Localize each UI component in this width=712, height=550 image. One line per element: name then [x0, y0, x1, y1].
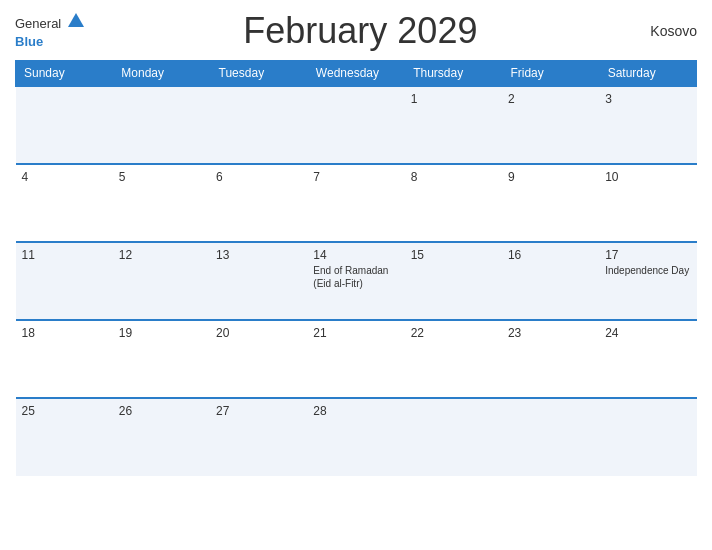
day-number: 7 [313, 170, 398, 184]
logo-general-text: General [15, 16, 61, 31]
country-name: Kosovo [637, 23, 697, 39]
calendar-cell: 2 [502, 86, 599, 164]
calendar-cell: 17Independence Day [599, 242, 696, 320]
day-number: 8 [411, 170, 496, 184]
logo: General Blue [15, 13, 84, 49]
weekday-row: SundayMondayTuesdayWednesdayThursdayFrid… [16, 61, 697, 87]
weekday-header-tuesday: Tuesday [210, 61, 307, 87]
calendar-cell: 3 [599, 86, 696, 164]
calendar-cell: 24 [599, 320, 696, 398]
calendar-cell: 11 [16, 242, 113, 320]
day-number: 27 [216, 404, 301, 418]
day-number: 17 [605, 248, 690, 262]
calendar-cell: 28 [307, 398, 404, 476]
weekday-header-saturday: Saturday [599, 61, 696, 87]
day-number: 6 [216, 170, 301, 184]
day-number: 26 [119, 404, 204, 418]
day-number: 24 [605, 326, 690, 340]
calendar-cell: 16 [502, 242, 599, 320]
calendar-header-row: SundayMondayTuesdayWednesdayThursdayFrid… [16, 61, 697, 87]
day-number: 21 [313, 326, 398, 340]
calendar-cell: 4 [16, 164, 113, 242]
calendar-cell: 20 [210, 320, 307, 398]
day-number: 5 [119, 170, 204, 184]
calendar-cell [599, 398, 696, 476]
day-number: 11 [22, 248, 107, 262]
day-number: 1 [411, 92, 496, 106]
calendar-container: General Blue February 2029 Kosovo Sunday… [0, 0, 712, 550]
day-number: 20 [216, 326, 301, 340]
weekday-header-thursday: Thursday [405, 61, 502, 87]
week-row: 18192021222324 [16, 320, 697, 398]
day-number: 28 [313, 404, 398, 418]
weekday-header-wednesday: Wednesday [307, 61, 404, 87]
logo-blue-text: Blue [15, 35, 84, 49]
week-row: 25262728 [16, 398, 697, 476]
calendar-cell: 21 [307, 320, 404, 398]
week-row: 45678910 [16, 164, 697, 242]
calendar-cell: 26 [113, 398, 210, 476]
day-number: 19 [119, 326, 204, 340]
day-number: 12 [119, 248, 204, 262]
day-number: 25 [22, 404, 107, 418]
calendar-cell [16, 86, 113, 164]
calendar-cell: 18 [16, 320, 113, 398]
day-number: 9 [508, 170, 593, 184]
calendar-cell: 15 [405, 242, 502, 320]
day-number: 14 [313, 248, 398, 262]
calendar-cell: 5 [113, 164, 210, 242]
calendar-cell: 1 [405, 86, 502, 164]
week-row: 123 [16, 86, 697, 164]
calendar-cell: 7 [307, 164, 404, 242]
calendar-cell [405, 398, 502, 476]
calendar-cell: 22 [405, 320, 502, 398]
day-number: 10 [605, 170, 690, 184]
day-number: 22 [411, 326, 496, 340]
calendar-cell: 8 [405, 164, 502, 242]
calendar-cell: 25 [16, 398, 113, 476]
day-number: 16 [508, 248, 593, 262]
weekday-header-sunday: Sunday [16, 61, 113, 87]
calendar-cell: 14End of Ramadan (Eid al-Fitr) [307, 242, 404, 320]
calendar-cell [307, 86, 404, 164]
calendar-cell [210, 86, 307, 164]
calendar-cell: 12 [113, 242, 210, 320]
calendar-cell: 9 [502, 164, 599, 242]
calendar-cell: 10 [599, 164, 696, 242]
event-text: End of Ramadan (Eid al-Fitr) [313, 264, 398, 290]
calendar-table: SundayMondayTuesdayWednesdayThursdayFrid… [15, 60, 697, 476]
day-number: 4 [22, 170, 107, 184]
weekday-header-monday: Monday [113, 61, 210, 87]
logo-triangle-icon [68, 13, 84, 27]
calendar-body: 1234567891011121314End of Ramadan (Eid a… [16, 86, 697, 476]
day-number: 2 [508, 92, 593, 106]
calendar-cell [502, 398, 599, 476]
month-title: February 2029 [84, 10, 637, 52]
day-number: 15 [411, 248, 496, 262]
calendar-cell: 23 [502, 320, 599, 398]
calendar-header: General Blue February 2029 Kosovo [15, 10, 697, 52]
calendar-cell: 6 [210, 164, 307, 242]
day-number: 18 [22, 326, 107, 340]
calendar-cell: 19 [113, 320, 210, 398]
calendar-cell: 13 [210, 242, 307, 320]
weekday-header-friday: Friday [502, 61, 599, 87]
calendar-cell: 27 [210, 398, 307, 476]
day-number: 13 [216, 248, 301, 262]
week-row: 11121314End of Ramadan (Eid al-Fitr)1516… [16, 242, 697, 320]
event-text: Independence Day [605, 264, 690, 277]
day-number: 3 [605, 92, 690, 106]
calendar-cell [113, 86, 210, 164]
day-number: 23 [508, 326, 593, 340]
